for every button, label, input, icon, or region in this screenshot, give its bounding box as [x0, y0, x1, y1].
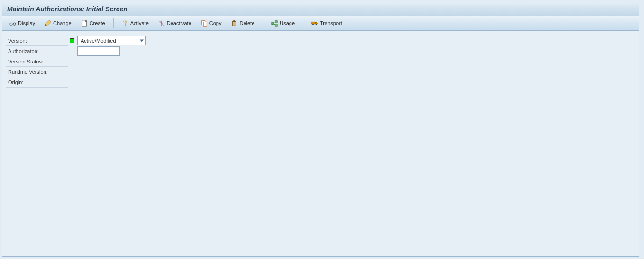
runtime-version-label: Runtime Version:	[6, 67, 68, 77]
page-title: Maintain Authorizations: Initial Screen	[7, 5, 127, 13]
origin-row: Origin:	[6, 77, 635, 88]
copy-label: Copy	[209, 20, 222, 26]
svg-rect-7	[232, 21, 236, 22]
transport-label: Transport	[320, 20, 342, 26]
app-window: Maintain Authorizations: Initial Screen …	[2, 2, 639, 257]
truck-icon	[311, 20, 318, 27]
trash-icon	[231, 20, 237, 27]
version-select[interactable]: Active/Modified	[77, 36, 146, 45]
origin-label: Origin:	[6, 77, 68, 88]
svg-point-14	[316, 24, 317, 25]
create-label: Create	[90, 20, 105, 26]
page-icon	[81, 20, 88, 27]
svg-rect-9	[272, 22, 273, 24]
svg-rect-11	[275, 24, 277, 26]
svg-rect-8	[234, 20, 236, 21]
glasses-icon	[9, 20, 16, 27]
wand-off-icon	[158, 20, 165, 27]
delete-button[interactable]: Delete	[227, 18, 259, 28]
svg-point-3	[124, 20, 126, 21]
status-indicator-icon	[70, 38, 74, 43]
activate-button[interactable]: Activate	[118, 18, 153, 28]
svg-rect-10	[275, 21, 277, 23]
version-status-label: Version Status:	[6, 56, 68, 67]
change-label: Change	[53, 20, 72, 26]
copy-button[interactable]: Copy	[197, 18, 226, 28]
runtime-version-row: Runtime Version:	[6, 67, 635, 77]
separator	[113, 18, 114, 28]
create-button[interactable]: Create	[77, 18, 109, 28]
version-select-value: Active/Modified	[81, 38, 116, 44]
title-bar: Maintain Authorizations: Initial Screen	[2, 2, 639, 16]
usage-button[interactable]: Usage	[267, 18, 299, 28]
separator	[303, 18, 303, 28]
usage-icon	[271, 20, 278, 27]
delete-label: Delete	[239, 20, 254, 26]
chevron-down-icon	[140, 40, 144, 42]
svg-rect-6	[233, 22, 236, 26]
content-area: Version: Active/Modified Authorizaton: V…	[2, 31, 639, 256]
display-label: Display	[18, 20, 35, 26]
version-row: Version: Active/Modified	[6, 36, 635, 46]
usage-label: Usage	[280, 20, 295, 26]
deactivate-label: Deactivate	[167, 20, 191, 26]
change-button[interactable]: Change	[40, 18, 76, 28]
deactivate-button[interactable]: Deactivate	[154, 18, 196, 28]
pencil-icon	[45, 20, 51, 27]
wand-icon	[122, 20, 128, 27]
authorization-input[interactable]	[77, 46, 120, 56]
svg-point-13	[312, 24, 314, 25]
version-status-row: Version Status:	[6, 56, 635, 67]
svg-rect-5	[203, 22, 207, 26]
display-button[interactable]: Display	[5, 18, 39, 28]
toolbar: Display Change Create Activate Dea	[2, 16, 639, 31]
authorization-row: Authorizaton:	[6, 46, 635, 56]
separator	[263, 18, 263, 28]
authorization-label: Authorizaton:	[6, 46, 68, 56]
transport-button[interactable]: Transport	[307, 18, 346, 28]
copy-icon	[201, 20, 208, 27]
svg-rect-12	[312, 22, 315, 24]
version-label: Version:	[6, 36, 68, 46]
activate-label: Activate	[130, 20, 149, 26]
